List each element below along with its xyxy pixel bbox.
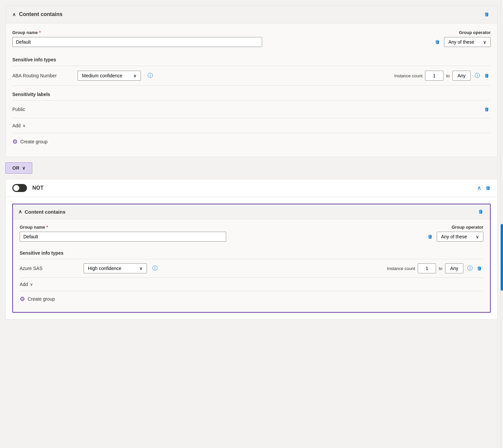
trash-icon-azure — [477, 266, 482, 271]
azure-sas-label: Azure SAS — [20, 266, 80, 271]
toggle-slider — [12, 184, 27, 192]
azure-sas-row: Azure SAS High confidence ∨ ⓘ Instance c… — [20, 259, 483, 278]
aba-routing-row: ABA Routing Number Medium confidence ∨ ⓘ… — [12, 66, 491, 86]
add-button-2[interactable]: Add ∨ — [20, 282, 33, 287]
public-row-1: Public — [12, 101, 491, 118]
group-name-group-2: Group name * — [20, 225, 226, 242]
create-group-button-1[interactable]: ⚙ Create group — [12, 138, 48, 145]
not-toggle[interactable] — [12, 184, 27, 192]
group-operator-section-1: Group operator Any of these ∨ — [433, 30, 491, 47]
delete-public-button[interactable] — [483, 105, 491, 113]
trash-icon-1 — [484, 12, 489, 17]
create-group-row-1: ⚙ Create group — [12, 133, 491, 150]
group-operator-label-2: Group operator — [452, 225, 483, 230]
delete-aba-row-button[interactable] — [483, 72, 491, 80]
collapse-icon-1[interactable]: ∧ — [12, 12, 16, 17]
info-icon-instance-2[interactable]: ⓘ — [467, 265, 473, 272]
create-group-icon-2: ⚙ — [20, 295, 25, 303]
trash-icon-not — [485, 185, 491, 191]
add-chevron-1: ∨ — [23, 123, 26, 128]
inner-card-header: ∧ Content contains — [13, 204, 490, 219]
confidence-dropdown-1[interactable]: Medium confidence ∨ — [78, 71, 141, 81]
chevron-down-icon-1: ∨ — [483, 39, 486, 45]
create-group-button-2[interactable]: ⚙ Create group — [20, 295, 55, 303]
group-operator-dropdown-1[interactable]: Any of these ∨ — [444, 37, 491, 47]
sensitivity-labels-label-1: Sensitivity labels — [12, 88, 491, 101]
trash-icon-op-1 — [435, 39, 440, 45]
or-button[interactable]: OR ∨ — [5, 162, 32, 174]
to-text-2: to — [439, 266, 442, 271]
public-label: Public — [12, 107, 25, 112]
required-star-2: * — [46, 225, 48, 230]
instance-from-input-2[interactable] — [418, 263, 436, 273]
instance-count-group-1: Instance count to ⓘ — [394, 71, 491, 81]
instance-to-input-2[interactable] — [445, 263, 463, 273]
inner-card-body: Group name * Group operator — [13, 219, 490, 312]
trash-icon-aba — [484, 73, 489, 78]
delete-card-1-button[interactable] — [483, 10, 491, 18]
add-row-2: Add ∨ — [20, 278, 483, 291]
aba-routing-label: ABA Routing Number — [12, 73, 72, 78]
scrollbar[interactable] — [500, 0, 503, 329]
not-left: NOT — [12, 184, 44, 192]
group-row-1: Group name * Group operator — [12, 30, 491, 47]
confidence-dropdown-2[interactable]: High confidence ∨ — [84, 263, 147, 273]
operator-row-1: Any of these ∨ — [433, 37, 491, 47]
delete-not-button[interactable] — [485, 185, 491, 191]
info-icon-confidence-1[interactable]: ⓘ — [148, 72, 153, 79]
instance-count-label-2: Instance count — [387, 266, 415, 271]
card-title-1: ∧ Content contains — [12, 11, 63, 17]
inner-card-title: ∧ Content contains — [18, 209, 66, 215]
trash-icon-inner — [478, 209, 483, 214]
instance-count-label-1: Instance count — [394, 73, 423, 78]
instance-count-group-2: Instance count to ⓘ — [387, 263, 483, 273]
delete-inner-card-button[interactable] — [477, 208, 485, 216]
create-group-icon-1: ⚙ — [12, 138, 18, 145]
card-header-1: ∧ Content contains — [6, 6, 497, 23]
to-text-1: to — [446, 73, 450, 78]
instance-from-input-1[interactable] — [425, 71, 443, 81]
collapse-not-button[interactable]: ∧ — [477, 184, 481, 192]
operator-row-2: Any of these ∨ — [426, 232, 483, 242]
trash-icon-op-2 — [427, 234, 433, 239]
sensitive-info-label-1: Sensitive info types — [12, 54, 491, 66]
add-row-1: Add ∨ — [12, 118, 491, 133]
or-chevron-icon: ∨ — [22, 165, 25, 171]
collapse-not-icon: ∧ — [477, 184, 481, 192]
not-section: NOT ∧ ∧ Content contains — [5, 179, 498, 320]
instance-to-input-1[interactable] — [452, 71, 471, 81]
card-title-text-1: Content contains — [19, 11, 63, 17]
delete-operator-2-button[interactable] — [426, 233, 434, 241]
required-star-1: * — [39, 30, 41, 35]
group-name-input-1[interactable] — [12, 37, 262, 47]
add-chevron-2: ∨ — [30, 282, 33, 287]
not-right: ∧ — [477, 184, 491, 192]
group-name-label-1: Group name * — [12, 30, 262, 35]
chevron-down-icon-3: ∨ — [476, 234, 479, 239]
inner-collapse-icon[interactable]: ∧ — [18, 209, 22, 215]
group-operator-section-2: Group operator Any of these ∨ — [426, 225, 483, 242]
group-operator-dropdown-2[interactable]: Any of these ∨ — [437, 232, 483, 242]
inner-content-card: ∧ Content contains Group name — [12, 204, 491, 313]
delete-operator-1-button[interactable] — [433, 38, 441, 46]
info-icon-instance-1[interactable]: ⓘ — [475, 72, 480, 79]
add-button-1[interactable]: Add ∨ — [12, 123, 26, 128]
info-icon-confidence-2[interactable]: ⓘ — [152, 265, 158, 272]
chevron-down-icon-2: ∨ — [133, 73, 137, 78]
group-name-label-2: Group name * — [20, 225, 226, 230]
group-name-group-1: Group name * — [12, 30, 262, 47]
trash-icon-public — [484, 107, 489, 112]
group-name-input-2[interactable] — [20, 232, 226, 242]
delete-azure-sas-button[interactable] — [475, 264, 483, 272]
not-body: ∧ Content contains Group name — [6, 197, 497, 319]
not-label: NOT — [32, 185, 44, 191]
or-container: OR ∨ — [5, 162, 498, 174]
create-group-row-2: ⚙ Create group — [20, 291, 483, 307]
not-header: NOT ∧ — [6, 179, 497, 197]
content-contains-card-1: ∧ Content contains Group name * — [5, 5, 498, 157]
card-body-1: Group name * Group operator — [6, 23, 497, 157]
chevron-down-icon-4: ∨ — [139, 266, 143, 271]
sensitive-info-label-2: Sensitive info types — [20, 247, 483, 259]
scrollbar-thumb — [501, 224, 503, 291]
group-operator-label-1: Group operator — [459, 30, 491, 35]
